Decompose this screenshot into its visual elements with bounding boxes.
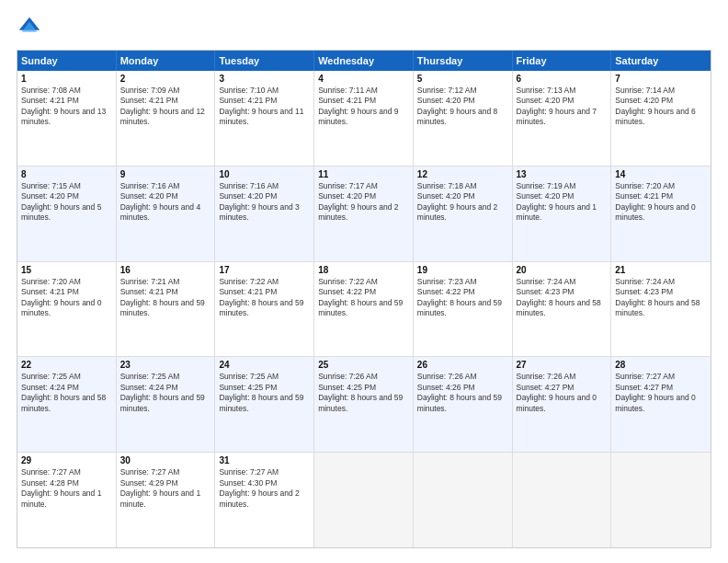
calendar-header: SundayMondayTuesdayWednesdayThursdayFrid… xyxy=(17,51,711,71)
sunset-line: Sunset: 4:23 PM xyxy=(517,287,608,297)
sunset-line: Sunset: 4:25 PM xyxy=(318,383,409,393)
daylight-line: Daylight: 9 hours and 5 minutes. xyxy=(21,202,112,224)
daylight-line: Daylight: 9 hours and 4 minutes. xyxy=(120,202,211,224)
sunrise-line: Sunrise: 7:23 AM xyxy=(417,277,508,287)
cal-cell: 7 Sunrise: 7:14 AM Sunset: 4:20 PM Dayli… xyxy=(611,71,711,166)
sunset-line: Sunset: 4:25 PM xyxy=(219,383,310,393)
day-number: 10 xyxy=(219,169,310,179)
cal-week: 15 Sunrise: 7:20 AM Sunset: 4:21 PM Dayl… xyxy=(17,262,711,358)
day-number: 5 xyxy=(417,74,508,84)
sunrise-line: Sunrise: 7:27 AM xyxy=(219,467,310,477)
sunset-line: Sunset: 4:21 PM xyxy=(120,287,211,297)
day-number: 26 xyxy=(417,360,508,370)
daylight-line: Daylight: 8 hours and 59 minutes. xyxy=(219,298,310,319)
sunrise-line: Sunrise: 7:12 AM xyxy=(417,86,508,96)
cal-cell xyxy=(513,453,612,547)
sunrise-line: Sunrise: 7:26 AM xyxy=(318,372,409,382)
cal-week: 8 Sunrise: 7:15 AM Sunset: 4:20 PM Dayli… xyxy=(17,167,711,262)
cal-cell: 8 Sunrise: 7:15 AM Sunset: 4:20 PM Dayli… xyxy=(17,167,117,261)
daylight-line: Daylight: 9 hours and 0 minutes. xyxy=(615,202,707,224)
sunset-line: Sunset: 4:20 PM xyxy=(417,96,508,106)
day-number: 3 xyxy=(219,74,310,84)
daylight-line: Daylight: 9 hours and 2 minutes. xyxy=(219,488,310,510)
day-number: 29 xyxy=(21,455,112,465)
cal-cell: 30 Sunrise: 7:27 AM Sunset: 4:29 PM Dayl… xyxy=(117,453,216,547)
daylight-line: Daylight: 8 hours and 58 minutes. xyxy=(21,393,112,414)
sunrise-line: Sunrise: 7:27 AM xyxy=(21,467,112,477)
sunset-line: Sunset: 4:24 PM xyxy=(21,383,112,393)
cal-header-day: Monday xyxy=(117,51,216,71)
daylight-line: Daylight: 8 hours and 59 minutes. xyxy=(219,393,310,414)
day-number: 24 xyxy=(219,360,310,370)
cal-cell: 2 Sunrise: 7:09 AM Sunset: 4:21 PM Dayli… xyxy=(117,71,216,166)
sunrise-line: Sunrise: 7:25 AM xyxy=(21,372,112,382)
sunrise-line: Sunrise: 7:19 AM xyxy=(517,181,608,191)
cal-week: 22 Sunrise: 7:25 AM Sunset: 4:24 PM Dayl… xyxy=(17,357,711,453)
sunset-line: Sunset: 4:21 PM xyxy=(318,96,409,106)
sunrise-line: Sunrise: 7:27 AM xyxy=(120,467,211,477)
day-number: 20 xyxy=(517,265,608,275)
sunrise-line: Sunrise: 7:11 AM xyxy=(318,86,409,96)
cal-cell: 13 Sunrise: 7:19 AM Sunset: 4:20 PM Dayl… xyxy=(513,167,612,261)
cal-cell: 10 Sunrise: 7:16 AM Sunset: 4:20 PM Dayl… xyxy=(215,167,314,261)
sunset-line: Sunset: 4:20 PM xyxy=(417,191,508,201)
cal-cell: 9 Sunrise: 7:16 AM Sunset: 4:20 PM Dayli… xyxy=(117,167,216,261)
sunrise-line: Sunrise: 7:21 AM xyxy=(120,277,211,287)
daylight-line: Daylight: 8 hours and 59 minutes. xyxy=(417,393,508,414)
cal-header-day: Saturday xyxy=(611,51,711,71)
sunrise-line: Sunrise: 7:10 AM xyxy=(219,86,310,96)
sunrise-line: Sunrise: 7:24 AM xyxy=(517,277,608,287)
cal-cell: 6 Sunrise: 7:13 AM Sunset: 4:20 PM Dayli… xyxy=(513,71,612,166)
sunrise-line: Sunrise: 7:16 AM xyxy=(120,181,211,191)
sunset-line: Sunset: 4:20 PM xyxy=(615,96,707,106)
day-number: 2 xyxy=(120,74,211,84)
daylight-line: Daylight: 9 hours and 12 minutes. xyxy=(120,107,211,128)
sunrise-line: Sunrise: 7:25 AM xyxy=(219,372,310,382)
sunset-line: Sunset: 4:22 PM xyxy=(318,287,409,297)
cal-cell xyxy=(314,453,414,547)
daylight-line: Daylight: 9 hours and 2 minutes. xyxy=(318,202,409,224)
sunset-line: Sunset: 4:20 PM xyxy=(21,191,112,201)
sunrise-line: Sunrise: 7:14 AM xyxy=(615,86,707,96)
daylight-line: Daylight: 8 hours and 59 minutes. xyxy=(318,393,409,414)
day-number: 11 xyxy=(318,169,409,179)
sunrise-line: Sunrise: 7:20 AM xyxy=(21,277,112,287)
cal-cell: 24 Sunrise: 7:25 AM Sunset: 4:25 PM Dayl… xyxy=(215,357,314,452)
page: SundayMondayTuesdayWednesdayThursdayFrid… xyxy=(0,0,728,563)
cal-cell xyxy=(611,453,711,547)
daylight-line: Daylight: 9 hours and 6 minutes. xyxy=(615,107,707,128)
day-number: 13 xyxy=(517,169,608,179)
daylight-line: Daylight: 8 hours and 58 minutes. xyxy=(615,298,707,319)
day-number: 23 xyxy=(120,360,211,370)
day-number: 19 xyxy=(417,265,508,275)
sunset-line: Sunset: 4:20 PM xyxy=(120,191,211,201)
daylight-line: Daylight: 9 hours and 3 minutes. xyxy=(219,202,310,224)
cal-week: 29 Sunrise: 7:27 AM Sunset: 4:28 PM Dayl… xyxy=(17,453,711,547)
cal-cell: 28 Sunrise: 7:27 AM Sunset: 4:27 PM Dayl… xyxy=(611,357,711,452)
sunrise-line: Sunrise: 7:17 AM xyxy=(318,181,409,191)
sunrise-line: Sunrise: 7:09 AM xyxy=(120,86,211,96)
daylight-line: Daylight: 8 hours and 59 minutes. xyxy=(120,298,211,319)
sunrise-line: Sunrise: 7:16 AM xyxy=(219,181,310,191)
cal-cell: 16 Sunrise: 7:21 AM Sunset: 4:21 PM Dayl… xyxy=(117,262,216,357)
day-number: 30 xyxy=(120,455,211,465)
daylight-line: Daylight: 9 hours and 9 minutes. xyxy=(318,107,409,128)
sunrise-line: Sunrise: 7:18 AM xyxy=(417,181,508,191)
calendar: SundayMondayTuesdayWednesdayThursdayFrid… xyxy=(17,50,711,548)
sunrise-line: Sunrise: 7:25 AM xyxy=(120,372,211,382)
sunrise-line: Sunrise: 7:26 AM xyxy=(517,372,608,382)
cal-cell: 18 Sunrise: 7:22 AM Sunset: 4:22 PM Dayl… xyxy=(314,262,414,357)
daylight-line: Daylight: 9 hours and 11 minutes. xyxy=(219,107,310,128)
cal-cell: 11 Sunrise: 7:17 AM Sunset: 4:20 PM Dayl… xyxy=(314,167,414,261)
sunrise-line: Sunrise: 7:26 AM xyxy=(417,372,508,382)
sunset-line: Sunset: 4:26 PM xyxy=(417,383,508,393)
cal-cell: 1 Sunrise: 7:08 AM Sunset: 4:21 PM Dayli… xyxy=(17,71,117,166)
sunrise-line: Sunrise: 7:24 AM xyxy=(615,277,707,287)
cal-cell: 31 Sunrise: 7:27 AM Sunset: 4:30 PM Dayl… xyxy=(215,453,314,547)
sunset-line: Sunset: 4:21 PM xyxy=(21,287,112,297)
day-number: 14 xyxy=(615,169,707,179)
sunset-line: Sunset: 4:20 PM xyxy=(219,191,310,201)
cal-week: 1 Sunrise: 7:08 AM Sunset: 4:21 PM Dayli… xyxy=(17,71,711,167)
sunrise-line: Sunrise: 7:13 AM xyxy=(517,86,608,96)
sunrise-line: Sunrise: 7:20 AM xyxy=(615,181,707,191)
